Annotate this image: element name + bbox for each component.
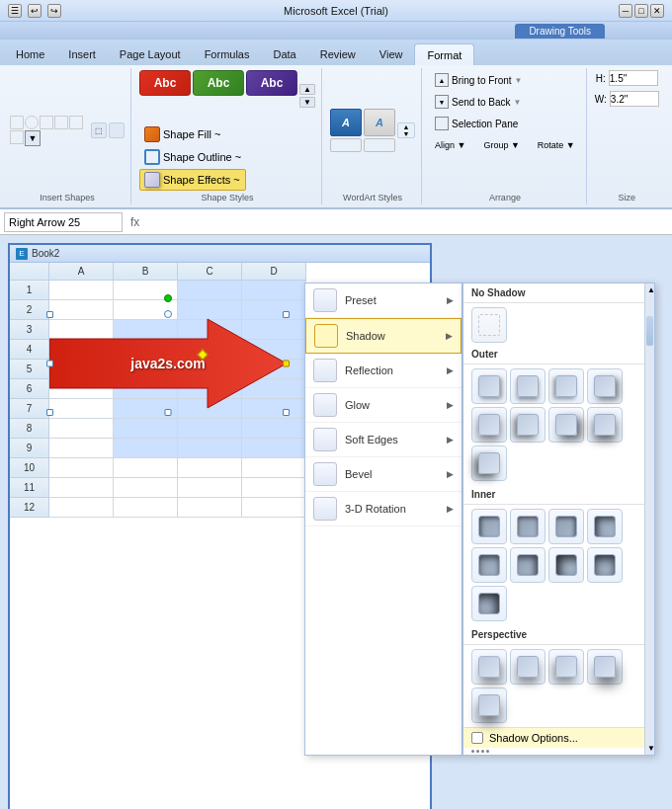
outer-shadow-8[interactable] [587, 407, 623, 443]
inner-shadow-9[interactable] [471, 586, 507, 621]
shape-effects-btn[interactable]: Shape Effects ~ [139, 169, 246, 191]
shape-fill-btn[interactable]: Shape Fill ~ [139, 123, 246, 145]
perspective-shadow-5[interactable] [471, 688, 507, 723]
outer-shadow-9[interactable] [471, 445, 507, 481]
handle-tr[interactable] [283, 311, 290, 318]
wordart-scroll-up[interactable]: ▲ [398, 123, 414, 130]
height-input[interactable] [609, 70, 658, 86]
handle-ml[interactable] [46, 361, 53, 367]
cell-b10[interactable] [114, 458, 178, 478]
perspective-shadow-4[interactable] [587, 649, 623, 685]
rotate-btn[interactable]: Rotate ▼ [533, 137, 580, 153]
cell-d8[interactable] [242, 419, 306, 439]
tab-format[interactable]: Format [414, 43, 474, 65]
row-11[interactable]: 11 [10, 478, 49, 498]
cell-a11[interactable] [49, 478, 114, 498]
align-btn[interactable]: Align ▼ [430, 137, 470, 153]
style-scroll-down[interactable]: ▼ [299, 97, 315, 108]
cell-b9[interactable] [114, 439, 178, 458]
inner-shadow-1[interactable] [471, 509, 507, 544]
row-4[interactable]: 4 [10, 340, 49, 360]
tab-data[interactable]: Data [261, 43, 307, 65]
arrow-shape-container[interactable]: java2s.com [49, 314, 287, 413]
perspective-shadow-3[interactable] [548, 649, 584, 685]
shape-outline-btn[interactable]: Shape Outline ~ [139, 146, 246, 168]
handle-mr[interactable] [283, 361, 290, 367]
handle-br[interactable] [283, 409, 290, 416]
row-3[interactable]: 3 [10, 320, 49, 340]
name-box[interactable] [4, 212, 123, 232]
maximize-button[interactable]: □ [634, 4, 648, 18]
row-5[interactable]: 5 [10, 360, 49, 379]
cell-b12[interactable] [114, 498, 178, 518]
cell-c12[interactable] [178, 498, 242, 518]
wordart-btn-a2[interactable]: A [364, 109, 395, 136]
close-button[interactable]: ✕ [650, 4, 664, 18]
width-input[interactable] [610, 91, 659, 107]
cell-d1[interactable] [242, 281, 306, 300]
cell-d11[interactable] [242, 478, 306, 498]
handle-rotate[interactable] [164, 294, 172, 302]
shape-style-red[interactable]: Abc [139, 70, 191, 96]
wordart-scroll-down[interactable]: ▼ [398, 130, 414, 137]
menu-item-shadow[interactable]: Shadow ▶ [305, 318, 462, 354]
shadow-options-btn[interactable]: Shadow Options... [463, 727, 644, 748]
style-scroll-up[interactable]: ▲ [299, 84, 315, 95]
scrollbar-down-btn[interactable]: ▼ [645, 742, 654, 755]
cell-d10[interactable] [242, 458, 306, 478]
tab-page-layout[interactable]: Page Layout [108, 43, 193, 65]
redo-button[interactable]: ↪ [47, 4, 61, 18]
menu-item-reflection[interactable]: Reflection ▶ [305, 354, 462, 388]
rotate-btn[interactable] [109, 122, 125, 138]
cell-c1[interactable] [178, 281, 242, 300]
handle-bm[interactable] [165, 409, 172, 416]
handle-bl[interactable] [46, 409, 53, 416]
cell-c8[interactable] [178, 419, 242, 439]
group-btn[interactable]: Group ▼ [478, 137, 524, 153]
cell-c9[interactable] [178, 439, 242, 458]
inner-shadow-2[interactable] [510, 509, 546, 544]
handle-top[interactable] [164, 310, 172, 318]
cell-a9[interactable] [49, 439, 114, 458]
shape-line[interactable] [69, 116, 83, 129]
shape-rect[interactable] [10, 116, 24, 129]
row-8[interactable]: 8 [10, 419, 49, 439]
scrollbar-up-btn[interactable]: ▲ [645, 283, 654, 296]
row-12[interactable]: 12 [10, 498, 49, 518]
tab-review[interactable]: Review [308, 43, 368, 65]
text-fill-btn[interactable] [330, 138, 362, 152]
shadow-panel-scrollbar[interactable]: ▲ ▼ [644, 283, 654, 755]
cell-c11[interactable] [178, 478, 242, 498]
col-header-b[interactable]: B [114, 263, 178, 281]
tab-home[interactable]: Home [4, 43, 56, 65]
shape-tri[interactable] [40, 116, 53, 129]
menu-item-3d-rotation[interactable]: 3-D Rotation ▶ [305, 492, 462, 526]
cell-a10[interactable] [49, 458, 114, 478]
row-10[interactable]: 10 [10, 458, 49, 478]
perspective-shadow-2[interactable] [510, 649, 546, 685]
outer-shadow-7[interactable] [548, 407, 584, 443]
row-7[interactable]: 7 [10, 399, 49, 419]
col-header-d[interactable]: D [242, 263, 306, 281]
cell-a1[interactable] [49, 281, 114, 300]
outer-shadow-1[interactable] [471, 368, 507, 404]
inner-shadow-3[interactable] [548, 509, 584, 544]
wordart-btn-a1[interactable]: A [330, 109, 362, 136]
row-6[interactable]: 6 [10, 379, 49, 399]
cell-b8[interactable] [114, 419, 178, 439]
cell-d9[interactable] [242, 439, 306, 458]
inner-shadow-8[interactable] [587, 547, 623, 583]
cell-b11[interactable] [114, 478, 178, 498]
outer-shadow-4[interactable] [587, 368, 623, 404]
row-9[interactable]: 9 [10, 439, 49, 458]
shape-style-green[interactable]: Abc [193, 70, 244, 96]
cell-d12[interactable] [242, 498, 306, 518]
inner-shadow-6[interactable] [510, 547, 546, 583]
col-header-a[interactable]: A [49, 263, 114, 281]
outer-shadow-5[interactable] [471, 407, 507, 443]
inner-shadow-4[interactable] [587, 509, 623, 544]
tab-formulas[interactable]: Formulas [193, 43, 262, 65]
outer-shadow-3[interactable] [548, 368, 584, 404]
cell-a12[interactable] [49, 498, 114, 518]
row-2[interactable]: 2 [10, 300, 49, 320]
